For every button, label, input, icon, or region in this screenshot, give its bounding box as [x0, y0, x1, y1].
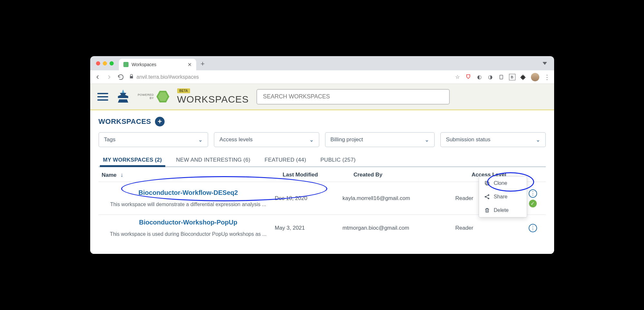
delete-button[interactable]: Delete [479, 204, 527, 217]
svg-rect-2 [485, 181, 488, 184]
bold-icon[interactable]: B [509, 74, 515, 80]
chevron-down-icon: ⌄ [198, 136, 203, 143]
svg-rect-1 [486, 182, 489, 185]
page-title: WORKSPACES [177, 94, 249, 105]
status-ok-icon: ✓ [529, 200, 537, 207]
filters-row: Tags⌄ Access levels⌄ Billing project⌄ Su… [99, 132, 546, 147]
copy-icon [484, 180, 490, 186]
powered-by-terra: POWERED BY [138, 90, 169, 103]
access-level-filter[interactable]: Access levels⌄ [214, 132, 319, 147]
tabs-overflow-icon[interactable] [543, 62, 547, 65]
app-header: POWERED BY BETA WORKSPACES [90, 84, 554, 110]
billing-project-filter[interactable]: Billing project⌄ [325, 132, 435, 147]
col-name[interactable]: Name [102, 172, 117, 178]
by-label: BY [150, 97, 154, 100]
svg-rect-0 [500, 75, 503, 79]
tab-title: Workspaces [132, 62, 184, 67]
access-level: Reader [455, 225, 523, 231]
browser-address-bar: anvil.terra.bio/#workspaces ☆ ⛉ ◐ ◑ B ⋮ [90, 70, 554, 84]
trash-icon [484, 207, 490, 213]
col-modified[interactable]: Last Modified [283, 172, 353, 178]
row-action-menu: Clone Share Delete [479, 176, 527, 217]
ublock-icon[interactable]: ⛉ [465, 74, 472, 80]
profile-avatar[interactable] [531, 73, 539, 81]
window-controls [96, 61, 114, 65]
menu-button[interactable] [97, 93, 108, 101]
minimize-window-icon[interactable] [103, 61, 107, 65]
chrome-menu-icon[interactable]: ⋮ [544, 73, 550, 81]
row-menu-button[interactable]: ⋮ [529, 189, 537, 198]
workspace-link[interactable]: Bioconductor-Workflow-DESeq2 [139, 189, 238, 196]
tab-new-interesting[interactable]: NEW AND INTERESTING (6) [175, 154, 252, 166]
new-tab-button[interactable]: + [201, 60, 205, 68]
close-tab-icon[interactable]: ✕ [187, 62, 192, 68]
chevron-down-icon: ⌄ [425, 136, 429, 143]
browser-tab[interactable]: Workspaces ✕ [119, 59, 196, 70]
extension-icon[interactable]: ◐ [476, 74, 483, 80]
tab-my-workspaces[interactable]: MY WORKSPACES (2) [102, 154, 163, 166]
created-by: mtmorgan.bioc@gmail.com [342, 225, 455, 231]
back-button[interactable] [94, 74, 101, 80]
section-heading: WORKSPACES [99, 117, 151, 126]
url-bar[interactable]: anvil.terra.bio/#workspaces [129, 74, 450, 80]
anvil-icon [116, 89, 130, 105]
lock-icon [129, 74, 134, 80]
col-created-by[interactable]: Created By [353, 172, 471, 178]
table-row: Bioconductor-Workshop-PopUp This workspa… [99, 215, 546, 241]
modified-date: May 3, 2021 [275, 225, 342, 231]
tab-featured[interactable]: FEATURED (44) [263, 154, 307, 166]
url-text: anvil.terra.bio/#workspaces [137, 74, 199, 80]
chevron-down-icon: ⌄ [536, 136, 540, 143]
share-icon [484, 194, 490, 200]
table-row: Bioconductor-Workflow-DESeq2 This worksp… [99, 182, 546, 215]
browser-tabbar: Workspaces ✕ + [90, 56, 554, 70]
extensions-puzzle-icon[interactable] [520, 74, 526, 80]
search-input[interactable] [256, 89, 450, 105]
workspace-link[interactable]: Bioconductor-Workshop-PopUp [139, 219, 237, 226]
clone-button[interactable]: Clone [479, 176, 527, 190]
modified-date: Dec 10, 2020 [275, 195, 342, 202]
main-content: WORKSPACES + Tags⌄ Access levels⌄ Billin… [90, 110, 554, 254]
star-icon[interactable]: ☆ [454, 74, 461, 80]
workspace-description: This workspace is used during Bioconduct… [110, 231, 266, 237]
terra-logo-icon [157, 90, 169, 103]
tabs-row: MY WORKSPACES (2) NEW AND INTERESTING (6… [99, 154, 546, 167]
tags-filter[interactable]: Tags⌄ [99, 132, 208, 147]
beta-badge: BETA [177, 88, 190, 93]
terra-favicon-icon [123, 62, 129, 67]
share-button[interactable]: Share [479, 190, 527, 204]
chevron-down-icon: ⌄ [309, 136, 314, 143]
anvil-logo[interactable] [116, 89, 130, 105]
tab-public[interactable]: PUBLIC (257) [319, 154, 357, 166]
created-by: kayla.morrell16@gmail.com [342, 195, 455, 202]
submission-status-filter[interactable]: Submission status⌄ [440, 132, 545, 147]
add-workspace-button[interactable]: + [155, 117, 165, 126]
browser-window: Workspaces ✕ + anvil.terra.bio/#workspac… [90, 56, 554, 254]
row-menu-button[interactable]: ⋮ [529, 224, 537, 232]
maximize-window-icon[interactable] [110, 61, 114, 65]
section-header: WORKSPACES + [99, 117, 546, 126]
forward-button[interactable] [106, 74, 113, 80]
workspace-description: This workspace will demonstrate a differ… [110, 202, 266, 207]
doc-icon[interactable] [498, 74, 505, 80]
reload-button[interactable] [117, 74, 124, 80]
page-title-wrap: BETA WORKSPACES [177, 88, 249, 105]
extension-icon-2[interactable]: ◑ [487, 74, 494, 80]
sort-down-icon[interactable]: ↓ [120, 172, 123, 178]
browser-extensions: ☆ ⛉ ◐ ◑ B ⋮ [454, 73, 550, 81]
close-window-icon[interactable] [96, 61, 100, 65]
